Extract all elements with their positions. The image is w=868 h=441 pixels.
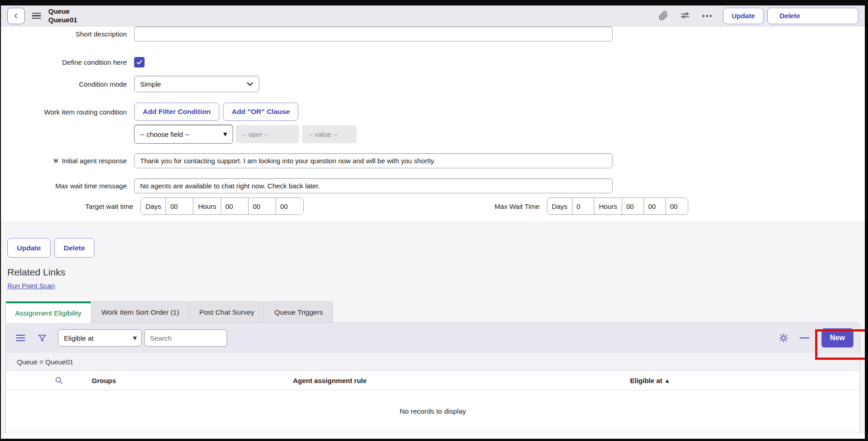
new-record-button[interactable]: New [821,328,853,348]
related-links-heading: Related Links [7,267,865,278]
related-list-tabs: Assignment Eligibility Work Item Sort Or… [5,301,865,322]
list-menu-icon[interactable] [16,335,25,342]
tab-assignment-eligibility[interactable]: Assignment Eligibility [5,301,91,323]
tab-work-item-sort-order[interactable]: Work Item Sort Order (1) [92,301,189,322]
target-wait-time-field: Days Hours [140,197,304,215]
record-header: Queue Queue01 Update Delete [1,5,865,26]
column-header-agent-assignment-rule[interactable]: Agent assignment rule [220,377,439,384]
target-days-input[interactable] [166,198,193,214]
gear-icon[interactable] [778,332,790,344]
target-seconds-input[interactable] [276,198,303,214]
condition-field-select[interactable]: -- choose field -- ▼ [134,125,233,144]
form-footer-area: Update Delete Related Links Run Point Sc… [1,223,865,434]
column-header-groups[interactable]: Groups [74,377,220,384]
context-menu-icon[interactable] [32,13,41,19]
record-title: Queue Queue01 [48,7,77,25]
max-seconds-input[interactable] [666,198,688,214]
condition-mode-value: Simple [140,80,247,88]
list-header-row: Groups Agent assignment rule Eligible at… [6,371,860,390]
tab-post-chat-survey[interactable]: Post Chat Survey [190,301,264,322]
target-minutes-input[interactable] [249,198,276,214]
app-window: Queue Queue01 Update Delete Short descri… [1,5,865,439]
add-or-clause-button[interactable]: Add "OR" Clause [223,103,299,121]
run-point-scan-link[interactable]: Run Point Scan [7,282,55,290]
initial-agent-response-label: Initial agent response [1,157,134,165]
form-update-button[interactable]: Update [7,238,51,258]
max-wait-time-message-input[interactable] [134,178,613,193]
target-wait-time-label: Target wait time [1,202,140,210]
column-search-icon[interactable] [54,376,63,385]
sort-ascending-icon: ▲ [665,378,669,383]
list-toolbar: Eligible at ▼ [6,323,860,353]
short-description-label: Short description [1,30,134,38]
personalize-form-icon[interactable] [679,10,691,22]
condition-value-input: -- value -- [302,125,357,143]
filter-icon[interactable] [36,332,48,344]
max-days-input[interactable] [572,198,594,214]
condition-mode-label: Condition mode [1,80,134,88]
list-search-input[interactable] [144,329,227,347]
chevron-down-icon [247,82,253,86]
caret-down-icon: ▼ [133,335,137,341]
empty-list-message: No records to display [6,390,860,432]
form-delete-button[interactable]: Delete [54,238,95,258]
max-wait-time-message-label: Max wait time message [1,182,134,190]
record-type-label: Queue [48,7,77,16]
checkmark-icon [136,59,143,66]
hours-label: Hours [193,198,221,214]
define-condition-checkbox[interactable] [134,57,145,67]
record-name-label: Queue01 [48,16,77,25]
column-header-eligible-at[interactable]: Eligible at ▲ [439,377,860,384]
related-list-card: Eligible at ▼ [5,322,860,434]
tab-queue-triggers[interactable]: Queue Triggers [265,301,333,322]
header-update-button[interactable]: Update [723,8,764,24]
max-wait-time-label: Max Wait Time [494,202,547,210]
days-label: Days [547,198,572,214]
max-wait-time-field: Days Hours [547,197,688,215]
more-options-icon[interactable] [701,10,713,22]
add-filter-condition-button[interactable]: Add Filter Condition [134,103,219,121]
condition-oper-select: -- oper -- [236,125,299,143]
back-button[interactable] [7,8,25,24]
attachment-icon[interactable] [657,10,669,22]
queue-form: Short description Define condition here … [1,26,865,223]
routing-condition-label: Work item routing condition [1,108,134,116]
target-hours-input[interactable] [221,198,249,214]
condition-field-placeholder: -- choose field -- [140,130,223,138]
list-breadcrumb[interactable]: Queue = Queue01 [6,353,860,371]
short-description-input[interactable] [134,26,613,42]
required-asterisk-icon [53,158,59,164]
chevron-left-icon [13,13,19,19]
max-minutes-input[interactable] [644,198,666,214]
hours-label: Hours [594,198,622,214]
collapse-list-icon[interactable] [800,337,810,339]
search-field-select[interactable]: Eligible at ▼ [58,329,142,347]
define-condition-label: Define condition here [1,58,134,66]
initial-agent-response-input[interactable] [134,153,613,168]
caret-down-icon: ▼ [223,131,227,137]
days-label: Days [141,198,166,214]
max-hours-input[interactable] [622,198,644,214]
header-delete-button[interactable]: Delete [767,8,858,24]
search-field-value: Eligible at [64,334,133,342]
condition-mode-select[interactable]: Simple [134,76,259,92]
